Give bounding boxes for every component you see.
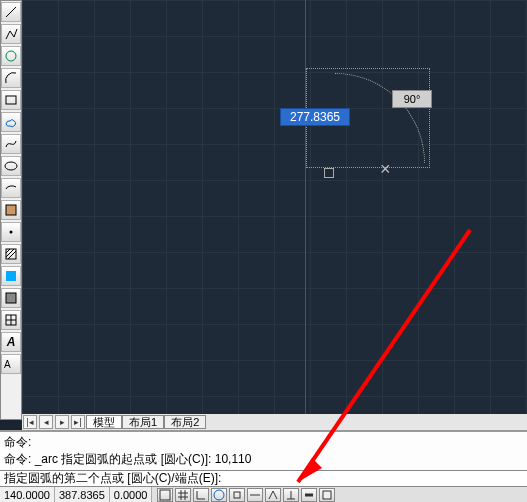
tool-mtext[interactable]: A bbox=[1, 354, 21, 374]
revcloud-icon bbox=[4, 115, 18, 129]
base-point-marker bbox=[324, 168, 334, 178]
tool-circle[interactable] bbox=[1, 46, 21, 66]
tool-polyline[interactable] bbox=[1, 24, 21, 44]
status-ducs-button[interactable] bbox=[265, 488, 281, 502]
command-prompt[interactable]: 指定圆弧的第二个点或 [圆心(C)/端点(E)]: bbox=[0, 470, 527, 486]
otrack-icon bbox=[249, 489, 261, 501]
command-line-2: 命令: _arc 指定圆弧的起点或 [圆心(C)]: 10,110 bbox=[4, 451, 523, 468]
svg-rect-18 bbox=[234, 492, 240, 498]
region-icon bbox=[4, 291, 18, 305]
drawing-canvas[interactable]: 90° 277.8365 × bbox=[22, 0, 527, 414]
tool-table[interactable] bbox=[1, 310, 21, 330]
line-icon bbox=[4, 5, 18, 19]
command-prompt-text: 指定圆弧的第二个点或 [圆心(C)/端点(E)]: bbox=[4, 470, 221, 487]
gradient-icon bbox=[4, 269, 18, 283]
svg-line-0 bbox=[6, 7, 16, 17]
ellipse-arc-icon bbox=[4, 181, 18, 195]
endpoint-marker: × bbox=[380, 160, 391, 178]
coord-z: 0.0000 bbox=[110, 487, 153, 502]
lwt-icon bbox=[303, 489, 315, 501]
tool-spline[interactable] bbox=[1, 134, 21, 154]
circle-icon bbox=[4, 49, 18, 63]
tab-model[interactable]: 模型 bbox=[86, 415, 122, 429]
tool-arc[interactable] bbox=[1, 68, 21, 88]
tool-block[interactable] bbox=[1, 200, 21, 220]
svg-line-7 bbox=[6, 249, 10, 253]
tool-region[interactable] bbox=[1, 288, 21, 308]
rectangle-icon bbox=[4, 93, 18, 107]
layout-tab-bar: |◂ ◂ ▸ ▸| 模型 布局1 布局2 bbox=[22, 414, 527, 430]
point-icon bbox=[4, 225, 18, 239]
command-history: 命令: 命令: _arc 指定圆弧的起点或 [圆心(C)]: 10,110 bbox=[0, 430, 527, 470]
cmd1-prefix: 命令: bbox=[4, 435, 31, 449]
qp-icon bbox=[321, 489, 333, 501]
svg-line-9 bbox=[8, 251, 16, 259]
svg-rect-2 bbox=[6, 96, 16, 104]
status-grid-button[interactable] bbox=[175, 488, 191, 502]
command-line-1: 命令: bbox=[4, 434, 523, 451]
tool-gradient[interactable] bbox=[1, 266, 21, 286]
block-icon bbox=[4, 203, 18, 217]
cmd2-prompt: 指定圆弧的起点或 [圆心(C)]: bbox=[61, 452, 214, 466]
mtext-icon: A bbox=[4, 357, 18, 371]
y-axis-line bbox=[305, 0, 306, 414]
svg-point-5 bbox=[10, 231, 13, 234]
svg-line-8 bbox=[6, 249, 14, 257]
tab-last-button[interactable]: ▸| bbox=[71, 415, 85, 429]
tool-hatch[interactable] bbox=[1, 244, 21, 264]
snap-icon bbox=[159, 489, 171, 501]
coord-y: 387.8365 bbox=[55, 487, 110, 502]
arc-icon bbox=[4, 71, 18, 85]
ortho-icon bbox=[195, 489, 207, 501]
tool-revcloud[interactable] bbox=[1, 112, 21, 132]
polyline-icon bbox=[4, 27, 18, 41]
cmd2-input-b: 0,110 bbox=[221, 452, 251, 466]
angle-readout: 90° bbox=[392, 90, 432, 108]
tool-ellipse-arc[interactable] bbox=[1, 178, 21, 198]
status-lwt-button[interactable] bbox=[301, 488, 317, 502]
status-bar: 140.0000 387.8365 0.0000 bbox=[0, 486, 527, 502]
tool-point[interactable] bbox=[1, 222, 21, 242]
cmd2-cmd: _arc bbox=[35, 452, 62, 466]
ellipse-icon bbox=[4, 159, 18, 173]
svg-rect-4 bbox=[6, 205, 16, 215]
status-qp-button[interactable] bbox=[319, 488, 335, 502]
svg-point-17 bbox=[214, 490, 224, 500]
svg-text:A: A bbox=[4, 359, 11, 370]
spline-icon bbox=[4, 137, 18, 151]
svg-rect-11 bbox=[6, 293, 16, 303]
svg-point-3 bbox=[5, 162, 17, 170]
svg-rect-10 bbox=[6, 271, 16, 281]
distance-input[interactable]: 277.8365 bbox=[280, 108, 350, 126]
tool-ellipse[interactable] bbox=[1, 156, 21, 176]
tab-prev-button[interactable]: ◂ bbox=[39, 415, 53, 429]
ducs-icon bbox=[267, 489, 279, 501]
coord-x: 140.0000 bbox=[0, 487, 55, 502]
polar-icon bbox=[213, 489, 225, 501]
status-polar-button[interactable] bbox=[211, 488, 227, 502]
hatch-icon bbox=[4, 247, 18, 261]
status-otrack-button[interactable] bbox=[247, 488, 263, 502]
status-dyn-button[interactable] bbox=[283, 488, 299, 502]
grid-icon bbox=[177, 489, 189, 501]
osnap-icon bbox=[231, 489, 243, 501]
left-toolbar: A A bbox=[0, 0, 22, 420]
tool-rectangle[interactable] bbox=[1, 90, 21, 110]
tool-line[interactable] bbox=[1, 2, 21, 22]
svg-point-1 bbox=[6, 51, 16, 61]
status-osnap-button[interactable] bbox=[229, 488, 245, 502]
status-snap-button[interactable] bbox=[157, 488, 173, 502]
tool-text[interactable]: A bbox=[1, 332, 21, 352]
table-icon bbox=[4, 313, 18, 327]
text-icon: A bbox=[7, 335, 16, 349]
canvas-grid bbox=[22, 0, 527, 414]
tab-layout1[interactable]: 布局1 bbox=[122, 415, 164, 429]
tab-next-button[interactable]: ▸ bbox=[55, 415, 69, 429]
svg-rect-6 bbox=[6, 249, 16, 259]
cmd2-prefix: 命令: bbox=[4, 452, 35, 466]
tab-layout2[interactable]: 布局2 bbox=[164, 415, 206, 429]
dyn-icon bbox=[285, 489, 297, 501]
svg-rect-16 bbox=[160, 490, 170, 500]
tab-first-button[interactable]: |◂ bbox=[23, 415, 37, 429]
status-ortho-button[interactable] bbox=[193, 488, 209, 502]
